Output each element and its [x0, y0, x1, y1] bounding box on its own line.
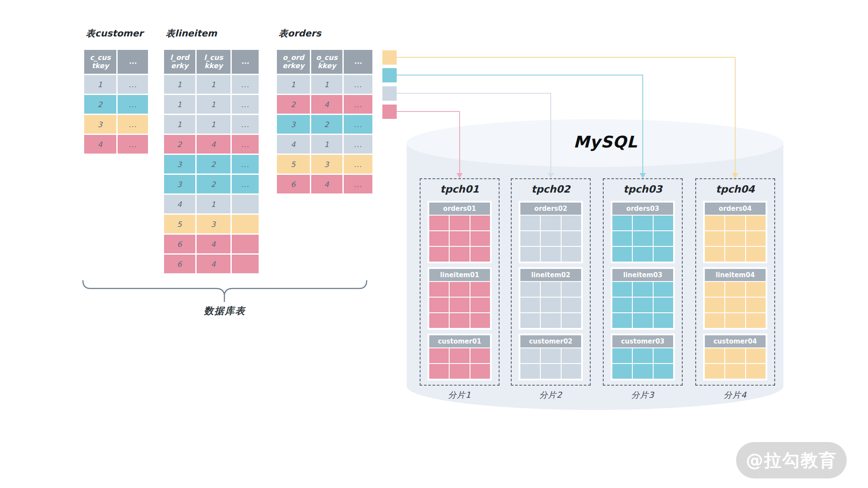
shard-cell [705, 231, 724, 246]
mini-table-header: lineitem03 [612, 269, 673, 281]
shard-tpch04: tpch04 orders04 lineitem04 customer04 分片… [695, 178, 775, 401]
data-cell: 3 [164, 175, 195, 193]
shard-cell [429, 298, 449, 312]
shard-cell [429, 364, 449, 379]
shard-cell [633, 247, 652, 262]
mini-table-lineitem02: lineitem02 [519, 267, 583, 330]
mini-table-grid [520, 348, 581, 379]
data-cell: ... [118, 115, 148, 134]
shard-cell [450, 298, 469, 312]
shard-cell [541, 216, 560, 230]
shard-cell [725, 231, 745, 246]
shard-cell [450, 282, 469, 297]
data-cell: ... [344, 115, 372, 134]
shard-cell [520, 247, 540, 262]
shard-cell [654, 298, 673, 312]
data-cell: 2 [197, 155, 230, 174]
header-cell: ... [118, 50, 148, 74]
shard-cell [429, 216, 449, 230]
database-tables-label: 数据库表 [181, 305, 268, 318]
shard-cell [746, 282, 766, 297]
mini-table-grid [612, 348, 673, 379]
shard-tpch01: tpch01 orders01 lineitem01 customer01 分片… [420, 178, 500, 401]
data-cell: 4 [311, 175, 342, 193]
mini-table-header: customer01 [429, 335, 490, 347]
mini-table-grid [429, 282, 490, 328]
data-cell: 4 [197, 255, 230, 273]
watermark-badge: @拉勾教育 [736, 442, 847, 478]
data-cell: 2 [164, 135, 195, 154]
data-cell: 4 [197, 235, 230, 253]
shard-cell [520, 231, 540, 246]
mini-table-header: orders04 [705, 203, 766, 215]
arrowhead-pink-icon [457, 173, 463, 178]
shard-cell [541, 282, 560, 297]
shard-title: tpch02 [512, 183, 590, 196]
shard-box: tpch01 orders01 lineitem01 customer01 [420, 178, 500, 386]
shard-cell [520, 216, 540, 230]
shard-cell [470, 282, 490, 297]
shard-cell [562, 298, 581, 312]
shard-cell [746, 298, 766, 312]
mini-table-orders02: orders02 [519, 201, 583, 263]
arrowhead-light-icon [548, 173, 554, 178]
data-cell: ... [232, 75, 259, 94]
shard-cell [633, 216, 652, 230]
data-cell: 2 [311, 115, 342, 134]
data-cell: 4 [277, 135, 310, 154]
mini-table-grid [520, 216, 581, 262]
data-cell: ... [232, 95, 259, 114]
mysql-title: MySQL [551, 133, 660, 151]
table-grid: o_ord erkeyo_cus kkey...11...24...32...4… [277, 50, 372, 193]
shard-cell [725, 216, 745, 230]
mini-table-orders04: orders04 [703, 201, 767, 263]
data-cell: ... [232, 135, 259, 154]
shard-title: tpch01 [421, 183, 499, 196]
data-cell [232, 195, 259, 213]
arrow-line-pink [397, 111, 460, 173]
shard-cell [725, 364, 745, 379]
data-cell: 1 [311, 135, 342, 154]
table-lineitem: 表lineitem l_ord erkyl_cus kkey...11...11… [164, 28, 259, 273]
data-cell: 1 [84, 75, 116, 94]
shard-cell [633, 298, 652, 312]
shard-cell [725, 247, 745, 262]
data-cell: 3 [277, 115, 310, 134]
data-cell: ... [344, 175, 372, 193]
mini-table-grid [612, 216, 673, 262]
data-cell: ... [344, 95, 372, 114]
header-cell: c_cus tkey [84, 50, 116, 74]
mini-table-header: lineitem01 [429, 269, 490, 281]
shard-cell [746, 313, 766, 328]
data-cell: 5 [164, 215, 195, 233]
data-cell: 2 [277, 95, 310, 114]
shard-cell [705, 313, 724, 328]
shard-caption: 分片3 [603, 390, 683, 401]
header-cell: o_cus kkey [311, 50, 342, 74]
data-cell: 3 [197, 215, 230, 233]
shard-caption: 分片4 [695, 390, 775, 401]
mini-table-header: orders02 [520, 203, 581, 215]
data-cell: 6 [164, 235, 195, 253]
header-cell: ... [344, 50, 372, 74]
mini-table-customer03: customer03 [611, 334, 675, 380]
shard-cell [725, 298, 745, 312]
mini-table-customer01: customer01 [427, 334, 492, 380]
data-cell: ... [344, 135, 372, 154]
shard-box: tpch03 orders03 lineitem03 customer03 [603, 178, 683, 386]
arrow-line-cyan [397, 75, 643, 173]
shard-cell [705, 364, 724, 379]
mini-table-header: orders03 [612, 203, 673, 215]
mini-table-header: lineitem02 [520, 269, 581, 281]
data-cell: ... [118, 95, 148, 114]
mini-table-lineitem04: lineitem04 [703, 267, 767, 330]
shard-cell [429, 247, 449, 262]
data-cell: 2 [84, 95, 116, 114]
arrow-line-light [397, 93, 551, 173]
shard-cell [705, 348, 724, 363]
shard-cell [612, 231, 632, 246]
shard-cell [705, 298, 724, 312]
data-cell: 1 [197, 195, 230, 213]
table-title: 表lineitem [166, 28, 259, 39]
shard-cell [520, 313, 540, 328]
